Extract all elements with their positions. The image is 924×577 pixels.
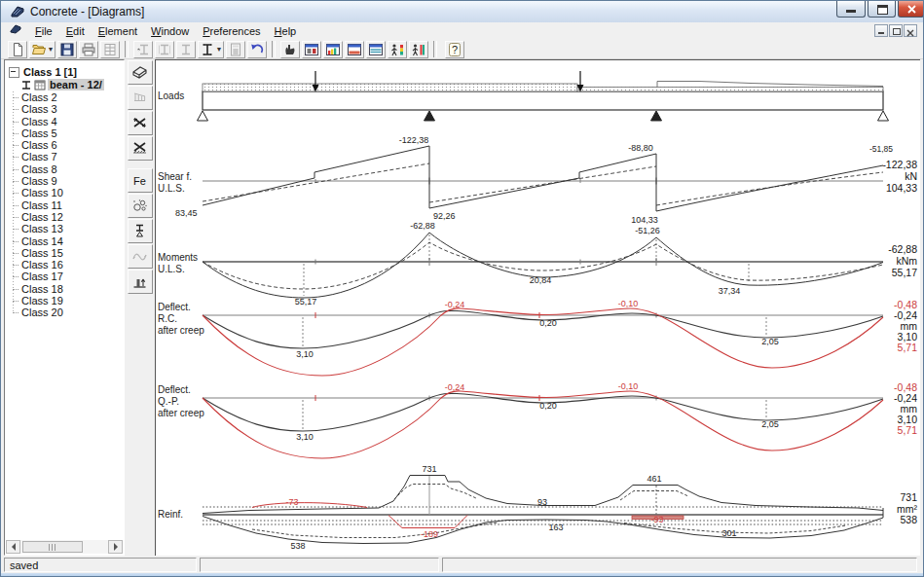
view-window-3-button[interactable] [345,41,364,58]
mdi-child-icon[interactable] [9,22,22,40]
maximize-icon [877,5,888,15]
section-picker-dropdown-icon[interactable]: ▼ [216,46,223,53]
close-icon [899,1,924,18]
app-icon [10,4,25,23]
close-button[interactable] [898,1,924,18]
reinf-label: Reinf. [158,509,183,520]
section-tool-2-button[interactable] [155,41,174,58]
tree-item-class-9[interactable]: Class 9 [11,175,124,187]
fe-label: Fe [133,175,146,187]
tree-item-class-6[interactable]: Class 6 [11,139,124,151]
view-window-2-button[interactable] [323,41,343,58]
steel-button[interactable]: Fe [128,168,153,193]
section-support-icon [131,223,148,239]
tree-item-class-11[interactable]: Class 11 [11,199,124,211]
export-button[interactable] [100,41,120,58]
tree-item-class-14[interactable]: Class 14 [11,235,124,247]
moments-summary-neg: -62,88 [888,243,917,255]
tree-item-class-5[interactable]: Class 5 [11,127,124,139]
print-icon [81,42,96,57]
tree-item-class-4[interactable]: Class 4 [11,116,124,127]
defl-rc-value-span2: 0,20 [539,318,557,328]
menu-preferences[interactable]: Preferences [196,24,267,38]
moments-value-span2: 20,84 [530,275,552,285]
pointer-glove-button[interactable] [280,41,300,58]
view-window-1-button[interactable] [302,41,321,58]
tree-item-class-13[interactable]: Class 13 [11,223,124,234]
tree-item-class-18[interactable]: Class 18 [11,283,124,295]
diagrams-canvas: Loads [156,60,919,555]
tree-item-class-20[interactable]: Class 20 [11,307,124,318]
tree-item-class-8[interactable]: Class 8 [11,163,124,175]
scroll-thumb[interactable] [22,541,83,553]
mdi-close-button[interactable] [904,24,917,37]
section-tool-3-button[interactable] [176,41,196,58]
tree-item-class-17[interactable]: Class 17 [11,270,124,282]
new-document-button[interactable] [8,41,27,58]
tree-root-class-1[interactable]: Class 1 [1] [9,66,124,78]
menu-window[interactable]: Window [144,24,196,38]
section-support-button[interactable] [128,219,153,243]
scroll-left-button[interactable] [6,540,20,554]
beam-3d-button[interactable] [128,60,153,85]
tree-item-class-7[interactable]: Class 7 [11,151,124,162]
shear-label-1: Shear f. [158,171,192,182]
mdi-minimize-button[interactable] [874,24,888,37]
section-picker-button[interactable]: ▼ [198,41,224,58]
menu-element[interactable]: Element [92,24,144,38]
side-toolbar: Fe [125,59,155,556]
distributed-load-button[interactable] [128,86,153,110]
tree-item-class-12[interactable]: Class 12 [11,211,124,223]
toolbar-separator [433,41,437,57]
open-dropdown-icon[interactable]: ▼ [48,46,55,53]
save-button[interactable] [57,41,77,58]
mdi-restore-button[interactable] [889,24,903,37]
help-button[interactable]: ? [445,41,464,58]
tree-horizontal-scrollbar[interactable] [6,540,123,554]
delete-loads-button[interactable] [128,111,153,135]
view-window-4-button[interactable] [366,41,386,58]
calculator-button[interactable] [226,41,245,58]
tree-item-class-10[interactable]: Class 10 [11,187,124,198]
shear-value-support1-neg: -122,38 [399,135,429,145]
menu-edit[interactable]: Edit [59,24,92,38]
moments-label-1: Moments [158,252,198,263]
tree-item-class-16[interactable]: Class 16 [11,259,124,270]
check-member-button[interactable] [388,41,407,58]
distributed-load-icon [131,90,148,106]
scroll-track[interactable] [20,540,108,554]
column-moment-button[interactable] [128,270,153,294]
menu-file[interactable]: File [28,24,59,38]
tree-item-class-2[interactable]: Class 2 [11,91,124,103]
collapse-icon[interactable] [9,67,19,78]
tree-class-list: Class 2 Class 3 Class 4 Class 5 Class 6 … [11,91,124,319]
maximize-button[interactable] [868,1,896,18]
tree-item-beam[interactable]: beam - 12/ [20,79,124,90]
defl-qp-black-curve [203,393,883,431]
print-button[interactable] [79,41,98,58]
menu-help[interactable]: Help [268,24,304,38]
selected-beam-label[interactable]: beam - 12/ [48,79,104,90]
title-bar[interactable]: Concrete - [Diagrams] [1,1,923,23]
check-all-members-button[interactable] [409,41,428,58]
tree-root-label: Class 1 [1] [23,66,77,78]
reinf-value-mid-bottom: 163 [548,523,563,532]
delete-all-button[interactable] [128,136,153,161]
export-icon [102,42,118,57]
moments-summary-unit: kNm [896,255,917,267]
concrete-mix-button[interactable] [128,194,153,218]
open-file-icon [31,42,47,57]
undo-button[interactable] [247,41,267,58]
shear-value-left: 83,45 [175,208,198,218]
tree-item-class-15[interactable]: Class 15 [11,247,124,259]
deflection-wave-button[interactable] [128,244,153,269]
tree-item-class-3[interactable]: Class 3 [11,103,124,115]
calculator-icon [228,42,243,57]
minimize-button[interactable] [836,1,866,18]
support-1 [198,111,208,121]
defl-qp-label-1: Deflect. [158,384,191,395]
section-tool-1-button[interactable] [133,41,153,58]
tree-item-class-19[interactable]: Class 19 [11,295,124,307]
open-file-button[interactable]: ▼ [29,41,55,58]
scroll-right-button[interactable] [108,540,123,554]
